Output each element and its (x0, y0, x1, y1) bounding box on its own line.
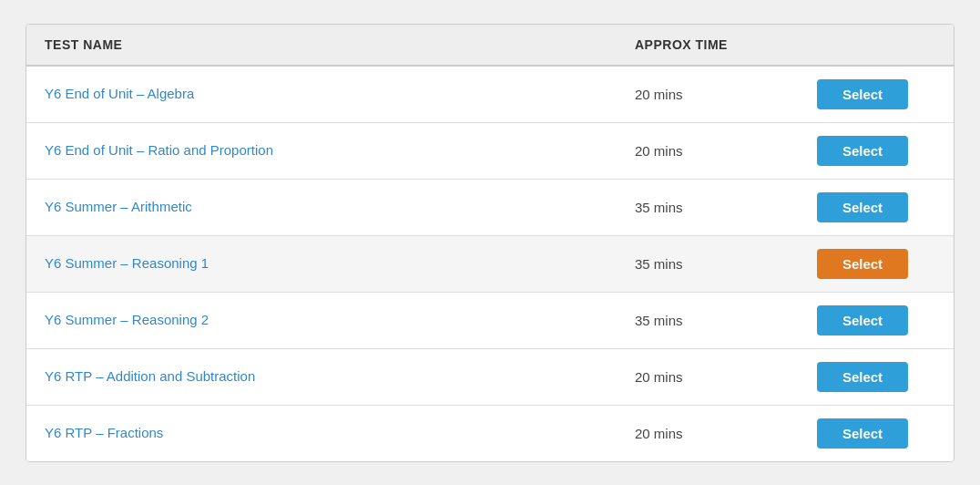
button-cell: Select (817, 249, 935, 279)
tests-table: TEST NAME APPROX TIME Y6 End of Unit – A… (26, 24, 954, 462)
button-cell: Select (817, 192, 935, 222)
test-name-link[interactable]: Y6 End of Unit – Ratio and Proportion (45, 142, 273, 158)
header-approx-time: APPROX TIME (635, 37, 817, 52)
test-name-link[interactable]: Y6 End of Unit – Algebra (45, 86, 194, 101)
test-name-cell: Y6 RTP – Addition and Subtraction (45, 368, 635, 385)
select-button[interactable]: Select (817, 362, 908, 392)
test-name-link[interactable]: Y6 RTP – Fractions (45, 425, 163, 440)
approx-time-cell: 35 mins (635, 313, 817, 328)
test-name-link[interactable]: Y6 RTP – Addition and Subtraction (45, 368, 255, 384)
header-test-name: TEST NAME (45, 37, 635, 52)
test-name-cell: Y6 End of Unit – Ratio and Proportion (45, 142, 635, 159)
button-cell: Select (817, 362, 935, 392)
approx-time-cell: 20 mins (635, 143, 817, 159)
table-row: Y6 Summer – Reasoning 135 minsSelect (26, 236, 954, 293)
select-button[interactable]: Select (817, 136, 908, 166)
test-name-link[interactable]: Y6 Summer – Reasoning 1 (45, 255, 209, 271)
header-action (817, 37, 935, 52)
test-name-cell: Y6 RTP – Fractions (45, 425, 635, 441)
approx-time-cell: 20 mins (635, 87, 817, 102)
test-name-cell: Y6 Summer – Reasoning 2 (45, 312, 635, 328)
select-button[interactable]: Select (817, 192, 908, 222)
select-button[interactable]: Select (817, 79, 908, 109)
table-row: Y6 Summer – Reasoning 235 minsSelect (26, 293, 954, 349)
table-row: Y6 Summer – Arithmetic35 minsSelect (26, 180, 954, 236)
select-button[interactable]: Select (817, 305, 908, 335)
test-name-link[interactable]: Y6 Summer – Reasoning 2 (45, 312, 209, 327)
test-name-cell: Y6 Summer – Arithmetic (45, 199, 635, 215)
test-name-cell: Y6 End of Unit – Algebra (45, 86, 635, 102)
button-cell: Select (817, 136, 935, 166)
table-header: TEST NAME APPROX TIME (26, 25, 954, 67)
table-body: Y6 End of Unit – Algebra20 minsSelectY6 … (26, 67, 954, 461)
test-name-link[interactable]: Y6 Summer – Arithmetic (45, 199, 192, 214)
table-row: Y6 RTP – Addition and Subtraction20 mins… (26, 349, 954, 406)
table-row: Y6 End of Unit – Ratio and Proportion20 … (26, 123, 954, 180)
button-cell: Select (817, 418, 935, 449)
select-button[interactable]: Select (817, 249, 908, 279)
table-row: Y6 End of Unit – Algebra20 minsSelect (26, 67, 954, 123)
test-name-cell: Y6 Summer – Reasoning 1 (45, 255, 635, 272)
approx-time-cell: 20 mins (635, 369, 817, 385)
approx-time-cell: 35 mins (635, 200, 817, 215)
table-row: Y6 RTP – Fractions20 minsSelect (26, 406, 954, 461)
button-cell: Select (817, 79, 935, 109)
approx-time-cell: 20 mins (635, 426, 817, 441)
select-button[interactable]: Select (817, 418, 908, 449)
button-cell: Select (817, 305, 935, 335)
approx-time-cell: 35 mins (635, 256, 817, 272)
